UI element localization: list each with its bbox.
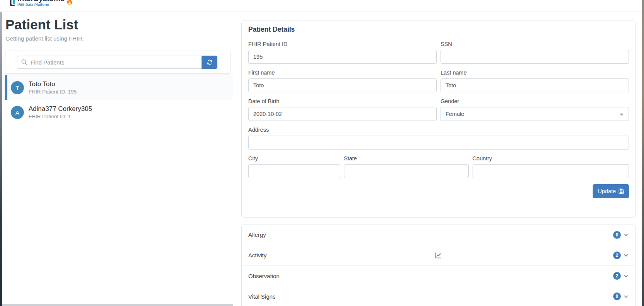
selected-indicator <box>5 75 7 100</box>
activity-chart-icon[interactable] <box>435 252 442 260</box>
first-name-field[interactable] <box>248 78 437 92</box>
section-activity[interactable]: Activity 2 <box>242 245 635 265</box>
patient-list-panel: Patient List Getting patient list using … <box>2 12 233 304</box>
brand-subtitle: IRIS Data Platform <box>17 3 64 7</box>
dob-label: Date of Birth <box>248 98 437 104</box>
fhir-id-label: FHIR Patient ID <box>248 41 437 47</box>
search-icon <box>21 59 27 65</box>
update-button-label: Update <box>598 188 616 194</box>
chevron-down-icon[interactable] <box>623 294 629 299</box>
patient-list: T Toto Toto FHIR Patient ID: 195 A Adina… <box>2 75 233 125</box>
patient-fhir-id: FHIR Patient ID: 195 <box>29 88 77 95</box>
patient-details-title: Patient Details <box>248 26 629 34</box>
gender-selected-value: Female <box>446 111 464 117</box>
left-screen-edge <box>0 12 2 306</box>
city-label: City <box>248 155 340 162</box>
section-observation[interactable]: Observation 2 <box>242 265 635 286</box>
brand-name: InterSystems <box>17 0 64 2</box>
dob-field[interactable] <box>248 107 437 121</box>
patient-details-card: Patient Details FHIR Patient ID SSN Firs… <box>241 20 636 218</box>
bottom-screen-edge <box>0 304 233 306</box>
right-screen-edge <box>642 0 644 306</box>
patient-name: Adina377 Corkery305 <box>29 105 92 113</box>
intersystems-logo-icon <box>10 0 15 7</box>
brand-logo: InterSystems IRIS Data Platform 🔥 <box>10 0 73 7</box>
country-label: Country <box>473 155 629 162</box>
vital-signs-count-badge: 0 <box>613 292 621 300</box>
update-button[interactable]: Update <box>593 184 629 198</box>
refresh-button[interactable] <box>202 56 217 69</box>
section-activity-label: Activity <box>248 252 267 258</box>
patient-list-item-adina[interactable]: A Adina377 Corkery305 FHIR Patient ID: 1 <box>2 100 233 125</box>
city-field[interactable] <box>248 164 340 178</box>
activity-count-badge: 2 <box>613 252 621 259</box>
observation-count-badge: 2 <box>613 272 621 280</box>
search-input[interactable] <box>17 56 202 69</box>
section-observation-label: Observation <box>248 273 280 279</box>
chevron-down-icon <box>620 114 624 116</box>
patient-avatar: T <box>11 81 24 94</box>
fire-emoji-icon: 🔥 <box>66 0 73 4</box>
chevron-down-icon[interactable] <box>623 273 629 279</box>
state-label: State <box>344 155 469 162</box>
fhir-id-field[interactable] <box>248 50 437 64</box>
chevron-down-icon[interactable] <box>623 252 629 258</box>
refresh-icon <box>207 59 213 65</box>
section-vital-signs-label: Vital Signs <box>248 293 276 300</box>
patient-list-item-toto[interactable]: T Toto Toto FHIR Patient ID: 195 <box>2 75 233 100</box>
save-icon <box>619 189 624 194</box>
gender-select[interactable]: Female <box>441 107 629 121</box>
state-field[interactable] <box>344 164 469 178</box>
address-field[interactable] <box>248 136 629 150</box>
first-name-label: First name <box>248 70 437 76</box>
ssn-label: SSN <box>441 41 629 47</box>
app-header: InterSystems IRIS Data Platform 🔥 <box>0 0 642 12</box>
country-field[interactable] <box>473 164 629 178</box>
last-name-label: Last name <box>441 70 629 76</box>
page-subtitle: Getting patient list using FHIR. <box>5 35 233 42</box>
section-vital-signs[interactable]: Vital Signs 0 <box>242 286 635 306</box>
ssn-field[interactable] <box>441 50 629 64</box>
allergy-count-badge: 0 <box>613 231 621 239</box>
search-card <box>5 51 230 74</box>
address-label: Address <box>248 127 629 133</box>
patient-sections-accordion: Allergy 0 Activity 2 Observation 2 <box>241 224 636 306</box>
section-allergy-label: Allergy <box>248 231 266 238</box>
section-allergy[interactable]: Allergy 0 <box>242 224 635 245</box>
gender-label: Gender <box>441 98 629 104</box>
patient-name: Toto Toto <box>29 80 77 88</box>
patient-avatar: A <box>11 106 24 119</box>
last-name-field[interactable] <box>441 78 629 92</box>
chevron-down-icon[interactable] <box>623 232 629 238</box>
page-title: Patient List <box>5 17 233 32</box>
patient-fhir-id: FHIR Patient ID: 1 <box>29 113 92 120</box>
